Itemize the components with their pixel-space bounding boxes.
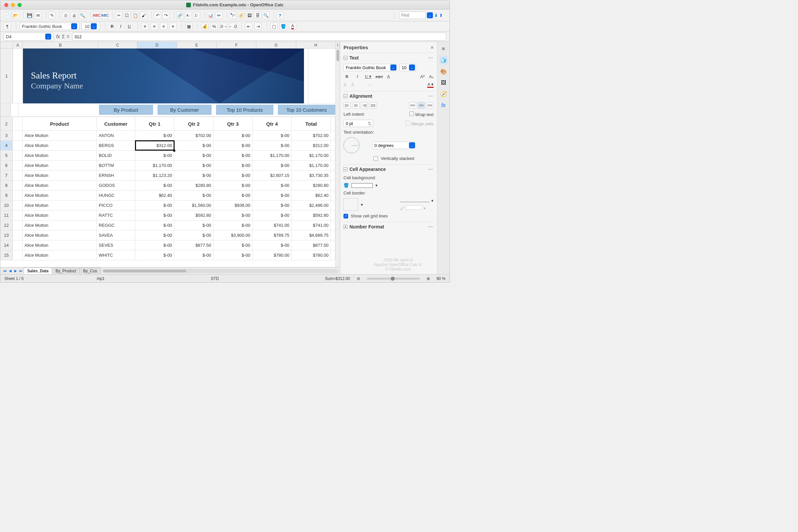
cell-q2[interactable]: $1,560.00 [174, 201, 213, 210]
line-style-select[interactable]: ▾ [400, 198, 434, 203]
header-q1[interactable]: Qtr 1 [135, 117, 174, 130]
shrink-font-button[interactable]: A̎ [351, 82, 354, 88]
vstack-checkbox[interactable] [374, 156, 378, 161]
bucket-icon[interactable]: 🪣 [343, 183, 349, 188]
maximize-window-button[interactable] [18, 3, 22, 7]
fontcolor-button[interactable]: A [289, 23, 296, 30]
datasources-button[interactable]: 🗄 [254, 12, 261, 19]
cell-q3[interactable]: $-00 [213, 250, 253, 260]
print-preview-button[interactable]: 🔍 [79, 12, 86, 19]
row-header[interactable]: 5 [0, 151, 13, 160]
sum-display[interactable]: Sum=$312.00 [325, 276, 350, 281]
open-button[interactable]: 📂 [12, 12, 19, 19]
undo-button[interactable]: ↶ [154, 12, 161, 19]
cell-total[interactable]: $280.80 [291, 180, 331, 190]
shadow-button[interactable]: A̤ [387, 74, 390, 79]
redo-button[interactable]: ↷ [162, 12, 170, 19]
col-header[interactable]: F [217, 42, 256, 48]
cell-customer[interactable]: HUNGC [97, 191, 135, 200]
cell-total[interactable]: $3,730.35 [291, 171, 331, 180]
zoom-value[interactable]: 90 % [437, 276, 445, 281]
cell-q3[interactable]: $-00 [213, 151, 253, 160]
cell-q1[interactable]: $-00 [135, 151, 174, 160]
italic-button[interactable]: I [354, 74, 361, 79]
top-products-button[interactable]: Top 10 Products [216, 105, 273, 115]
cell-q2[interactable]: $-00 [174, 230, 213, 240]
line-color-select[interactable]: 🖊 ▾ [400, 205, 434, 211]
cell-q4[interactable]: $1,170.00 [253, 151, 292, 160]
cell-product[interactable]: Alice Mutton [23, 221, 97, 230]
cell-customer[interactable]: PICCO [97, 201, 135, 210]
collapse-icon[interactable]: − [343, 167, 347, 171]
first-sheet-button[interactable]: ⏮ [2, 269, 8, 273]
cell-customer[interactable]: BOLID [97, 151, 135, 160]
cell-product[interactable]: Alice Mutton [23, 250, 97, 260]
cell-product[interactable]: Alice Mutton [23, 191, 97, 200]
wrap-checkbox[interactable] [409, 111, 414, 116]
cell-q2[interactable]: $-00 [174, 191, 213, 200]
new-doc-button[interactable]: 📄 [4, 12, 11, 19]
grid-body[interactable]: 1 Sales Report Company Name [0, 49, 335, 267]
cell-customer[interactable]: ERNSH [97, 171, 135, 180]
cell-q3[interactable]: $-00 [213, 171, 253, 180]
cell-q4[interactable]: $-00 [253, 131, 292, 140]
add-decimal-button[interactable]: .0→ [220, 23, 227, 30]
close-window-button[interactable] [4, 3, 8, 7]
cell-q3[interactable]: $-00 [213, 180, 253, 190]
header-product[interactable]: Product [23, 117, 97, 130]
row-header[interactable]: 10 [0, 201, 13, 210]
cell-q3[interactable]: $-00 [213, 141, 253, 150]
gallery-tab-icon[interactable]: 🖼 [439, 78, 448, 87]
cell-total[interactable]: $4,689.75 [291, 230, 331, 240]
cell-q4[interactable]: $-00 [253, 160, 292, 170]
header-customer[interactable]: Customer [97, 117, 135, 130]
row-header[interactable] [0, 103, 11, 116]
border-grid-button[interactable] [343, 198, 358, 211]
cell-product[interactable]: Alice Mutton [23, 230, 97, 240]
prev-sheet-button[interactable]: ◀ [8, 269, 13, 273]
cell-q1[interactable]: $-00 [135, 241, 174, 250]
cell-q3[interactable]: $936.00 [213, 201, 253, 210]
sort-desc-button[interactable]: Z↓ [193, 12, 200, 19]
valign-bottom-button[interactable] [426, 102, 434, 109]
row-header[interactable]: 8 [0, 180, 13, 190]
borders-button[interactable]: ▢ [270, 23, 278, 30]
valign-top-button[interactable] [409, 102, 416, 109]
cell-customer[interactable]: SEVES [97, 241, 135, 250]
chart-button[interactable]: 📊 [207, 12, 214, 19]
halign-center-button[interactable] [352, 102, 359, 109]
header-q4[interactable]: Qtr 4 [253, 117, 292, 130]
cell-q3[interactable]: $-00 [213, 221, 253, 230]
hyperlink-button[interactable]: 🔗 [176, 12, 184, 19]
header-total[interactable]: Total [291, 117, 331, 130]
cell-q3[interactable]: $3,900.00 [213, 230, 253, 240]
collapse-icon[interactable]: − [343, 56, 347, 60]
valign-mid-button[interactable] [418, 102, 425, 109]
col-header[interactable]: G [256, 42, 296, 48]
sub-button[interactable]: Aₐ [429, 74, 434, 79]
row-header[interactable]: 14 [0, 241, 13, 250]
cell-product[interactable]: Alice Mutton [23, 241, 97, 250]
cell-q1[interactable]: $-00 [135, 230, 174, 240]
functions-tab-icon[interactable]: fx [439, 101, 448, 110]
col-header[interactable]: C [98, 42, 137, 48]
find-dropdown-icon[interactable]: ⌵ [427, 12, 433, 18]
bgcolor-button[interactable]: 🪣 [280, 23, 287, 30]
row-header[interactable]: 1 [0, 49, 13, 103]
cell-q4[interactable]: $-00 [253, 241, 292, 250]
cell-q3[interactable]: $-00 [213, 191, 253, 200]
merge-cells-button[interactable]: ▦ [185, 23, 192, 30]
col-header[interactable]: H [296, 42, 336, 48]
top-customers-button[interactable]: Top 10 Customers [278, 105, 335, 115]
col-header[interactable]: B [23, 42, 98, 48]
by-customer-button[interactable]: By Customer [158, 105, 211, 115]
cell-q4[interactable]: $780.00 [253, 250, 292, 260]
print-button[interactable]: 🖨 [71, 12, 78, 19]
fontcolor-button[interactable]: A ▾ [427, 82, 434, 88]
cell-q1[interactable]: $312.00 [135, 141, 174, 150]
sheet-tab[interactable]: By_Cus [79, 268, 101, 274]
cell-q1[interactable]: $62.40 [135, 191, 174, 200]
find-prev-icon[interactable]: ⬇ [434, 13, 438, 18]
font-size-select[interactable]: 10 ⌵ [81, 23, 100, 30]
header-q3[interactable]: Qtr 3 [213, 117, 253, 130]
